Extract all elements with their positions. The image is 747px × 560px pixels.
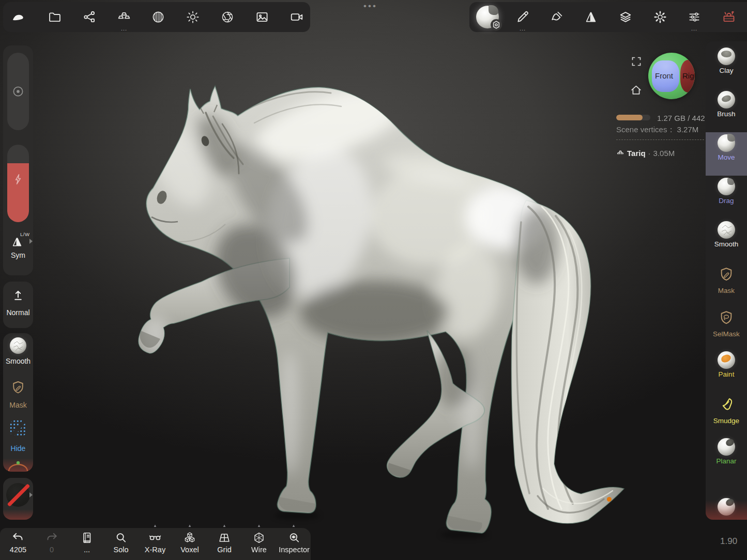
stroke-more-dots: ... (520, 27, 526, 30)
mask-shield-icon[interactable] (10, 379, 26, 396)
smooth-quick-icon[interactable] (10, 337, 26, 354)
layers-icon[interactable] (618, 10, 633, 24)
xray-glasses-icon (148, 531, 162, 545)
scene-item-ingots-icon (616, 149, 624, 157)
multitask-handle-dots[interactable]: ••• (363, 1, 386, 11)
home-icon[interactable] (629, 83, 643, 97)
lighting-sun-icon[interactable] (186, 10, 200, 24)
brush-tool-icon (718, 91, 735, 108)
active-material-sphere[interactable] (476, 6, 499, 28)
tool-clay[interactable]: Clay (706, 45, 747, 89)
scene-vertices-label: Scene vertices： (616, 125, 675, 134)
undo-icon (11, 531, 25, 545)
toolbox-icon[interactable] (722, 10, 736, 24)
popover-caret: ▴ (293, 523, 295, 528)
tool-label: Mask (706, 287, 747, 294)
tool-label: Smooth (706, 240, 747, 248)
view-orientation-gizmo[interactable]: Front Right (648, 53, 695, 99)
smudge-finger-icon (718, 396, 735, 413)
grid-icon (218, 531, 231, 545)
matcap-material-icon[interactable] (151, 10, 165, 24)
voxel-cubes-icon (183, 531, 196, 545)
tool-drag[interactable]: Drag (706, 176, 747, 219)
lightning-bolt-icon (11, 173, 25, 186)
open-folder-icon[interactable] (48, 10, 62, 24)
voxel-label: Voxel (173, 546, 206, 554)
popover-caret: ▴ (223, 523, 226, 528)
redo-count: 0 (35, 546, 68, 554)
tool-paint[interactable]: Paint (706, 349, 747, 393)
undo-count: 4205 (2, 546, 35, 554)
stroke-pencil-icon[interactable] (515, 10, 530, 24)
scene-graph-icon[interactable] (82, 10, 97, 24)
move-tool-icon (718, 134, 735, 152)
wire-label: Wire (242, 546, 276, 554)
tool-brush[interactable]: Brush (706, 89, 747, 132)
grid-button[interactable]: Grid (208, 531, 241, 554)
voxel-button[interactable]: Voxel (173, 531, 206, 554)
camera-icon[interactable] (289, 10, 304, 24)
gizmo-front-face[interactable] (652, 60, 679, 92)
material-settings-badge[interactable] (491, 19, 502, 30)
hide-quick-label[interactable]: Hide (3, 444, 33, 453)
circle-dot-icon (11, 84, 25, 99)
inspector-button[interactable]: Inspector (276, 531, 313, 554)
background-image-icon[interactable] (255, 10, 269, 24)
stroke-normal-card[interactable]: Normal (3, 282, 33, 328)
alpha-none-icon (6, 483, 30, 507)
tool-label: SelMask (706, 330, 747, 338)
solo-label: Solo (104, 546, 138, 554)
radius-slider[interactable] (7, 53, 29, 130)
scroll-fade (3, 509, 33, 520)
tool-smooth[interactable]: Smooth (706, 219, 747, 262)
symmetry-mirror-icon[interactable] (584, 10, 598, 24)
redo-button[interactable]: 0 (35, 531, 68, 554)
clay-tool-icon (718, 48, 735, 65)
paint-all-brush-icon[interactable] (550, 10, 564, 24)
wire-button[interactable]: Wire (242, 531, 276, 554)
primitives-menu-icon[interactable] (117, 10, 131, 24)
horse-model[interactable] (139, 72, 624, 533)
journal-button[interactable]: ... (70, 531, 103, 554)
undo-button[interactable]: 4205 (2, 531, 35, 554)
wireframe-icon (252, 531, 266, 545)
left-quick-tools-card: Smooth Mask Hide (3, 333, 33, 472)
alpha-card[interactable] (3, 478, 33, 520)
settings-gear-icon[interactable] (653, 10, 667, 24)
tool-smudge[interactable]: Smudge (706, 393, 747, 436)
top-left-toolbar: ... (3, 2, 310, 32)
top-right-toolbar: ... ... (469, 2, 747, 32)
hud-divider (616, 139, 704, 140)
solo-button[interactable]: Solo (104, 531, 138, 554)
bottom-toolbar: 4205 0 ... Solo X-Ray (0, 528, 311, 560)
mask-quick-label[interactable]: Mask (3, 401, 33, 409)
popover-caret: ▴ (258, 523, 261, 528)
sym-expand-caret-icon (29, 239, 33, 244)
tool-planar[interactable]: Planar (706, 436, 747, 479)
sym-label[interactable]: Sym (3, 251, 33, 259)
nomad-logo-icon[interactable] (11, 11, 25, 25)
scene-item-dot: · (648, 149, 651, 158)
hide-dots-icon[interactable] (9, 419, 27, 437)
fullscreen-icon[interactable] (630, 55, 643, 68)
symmetry-triangles-icon[interactable] (9, 235, 25, 249)
tool-mask[interactable]: Mask (706, 262, 747, 306)
zoom-level: 1.90 (720, 536, 737, 547)
tool-label: Brush (706, 110, 747, 118)
redo-icon (45, 531, 58, 545)
adjust-sliders-icon[interactable] (687, 10, 702, 24)
post-process-aperture-icon[interactable] (220, 10, 235, 24)
memory-usage-text: 1.27 GB / 442 M (657, 114, 706, 122)
scene-item-row[interactable]: Tariq · 3.05M (616, 149, 675, 158)
tool-label: Move (706, 153, 747, 161)
xray-button[interactable]: X-Ray (139, 531, 172, 554)
scene-item-name: Tariq (627, 149, 646, 158)
tool-selmask[interactable]: SelMask (706, 306, 747, 349)
tool-move-selected[interactable]: Move (706, 132, 747, 176)
gizmo-right-label: Right (682, 71, 695, 80)
intensity-slider[interactable] (7, 145, 29, 222)
primitives-more-dots: ... (121, 27, 127, 30)
smooth-quick-label[interactable]: Smooth (3, 357, 33, 365)
tool-label: Smudge (706, 417, 747, 425)
nomad-sculpt-app: ... ••• ... (0, 0, 747, 560)
